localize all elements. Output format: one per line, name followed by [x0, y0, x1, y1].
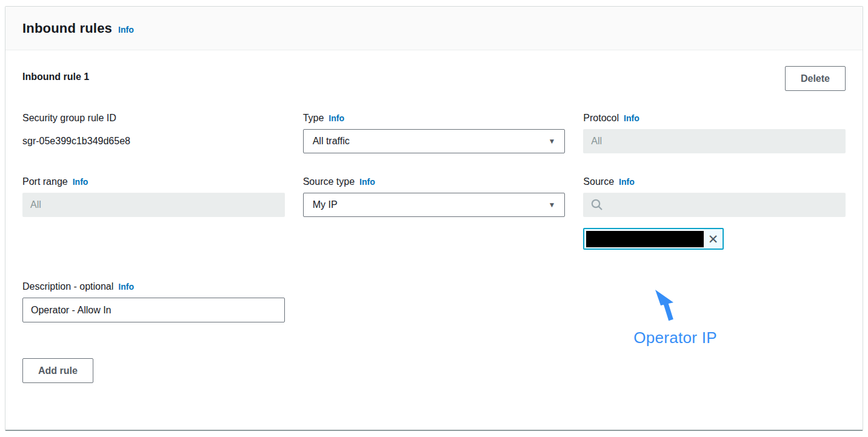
inbound-rules-panel: Inbound rules Info Inbound rule 1 Delete… — [5, 6, 863, 431]
field-source-type: Source type Info My IP ▼ — [303, 176, 566, 250]
description-info-link[interactable]: Info — [118, 282, 134, 292]
panel-title: Inbound rules — [22, 21, 112, 36]
panel-body: Inbound rule 1 Delete Security group rul… — [5, 50, 863, 383]
panel-info-link[interactable]: Info — [118, 25, 134, 35]
source-ip-token[interactable]: ✕ — [583, 228, 724, 250]
add-rule-button[interactable]: Add rule — [22, 358, 93, 383]
redacted-ip-value — [586, 231, 703, 247]
description-input[interactable] — [22, 298, 285, 322]
type-label: Type — [303, 113, 324, 124]
port-range-input: All — [22, 193, 285, 217]
port-range-value: All — [30, 199, 41, 210]
type-info-link[interactable]: Info — [329, 113, 344, 123]
source-info-link[interactable]: Info — [619, 177, 635, 187]
close-icon[interactable]: ✕ — [708, 233, 719, 245]
security-group-rule-id-value: sgr-05e399c1b349d65e8 — [22, 129, 285, 153]
chevron-down-icon: ▼ — [548, 201, 555, 208]
port-range-label: Port range — [22, 176, 68, 187]
security-group-rule-id-label: Security group rule ID — [22, 113, 116, 124]
field-description: Description - optional Info — [22, 281, 285, 322]
panel-header: Inbound rules Info — [5, 7, 863, 50]
field-protocol: Protocol Info All — [583, 113, 846, 153]
source-type-info-link[interactable]: Info — [359, 177, 375, 187]
field-port-range: Port range Info All — [22, 176, 285, 250]
source-type-select[interactable]: My IP ▼ — [303, 193, 566, 217]
source-type-select-value: My IP — [313, 199, 338, 210]
source-search-input[interactable] — [583, 193, 846, 217]
rule-fields-grid: Security group rule ID sgr-05e399c1b349d… — [22, 113, 846, 250]
description-label: Description - optional — [22, 281, 113, 292]
add-rule-row: Add rule — [22, 358, 846, 383]
source-type-label: Source type — [303, 176, 355, 187]
port-range-info-link[interactable]: Info — [73, 177, 88, 187]
source-label: Source — [583, 176, 614, 187]
type-select-value: All traffic — [313, 136, 350, 147]
protocol-info-link[interactable]: Info — [624, 113, 639, 123]
search-icon — [590, 198, 604, 212]
type-select[interactable]: All traffic ▼ — [303, 129, 566, 153]
field-security-group-rule-id: Security group rule ID sgr-05e399c1b349d… — [22, 113, 285, 153]
protocol-input: All — [583, 129, 846, 153]
chevron-down-icon: ▼ — [548, 138, 555, 145]
rule-header-row: Inbound rule 1 Delete — [22, 66, 846, 91]
field-source: Source Info ✕ — [583, 176, 846, 250]
field-type: Type Info All traffic ▼ — [303, 113, 566, 153]
delete-rule-button[interactable]: Delete — [785, 66, 846, 91]
rule-heading: Inbound rule 1 — [22, 66, 89, 82]
protocol-value: All — [591, 136, 602, 147]
protocol-label: Protocol — [583, 113, 619, 124]
